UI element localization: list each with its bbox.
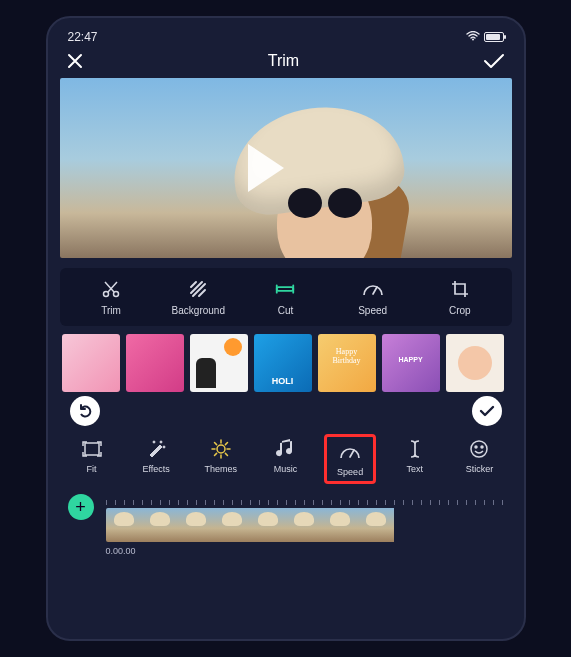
op-label: Text (407, 464, 424, 474)
status-icons (466, 30, 504, 44)
music-note-icon (274, 438, 296, 460)
clip-thumb[interactable] (382, 334, 440, 392)
op-label: Fit (87, 464, 97, 474)
close-button[interactable] (66, 52, 84, 70)
timeline[interactable]: 0.00.00 (106, 494, 504, 556)
add-clip-button[interactable]: + (68, 494, 94, 520)
timeline-row: + 0.00.00 (60, 486, 512, 556)
speedometer-icon (362, 278, 384, 300)
op-label: Music (274, 464, 298, 474)
tool-cut[interactable]: Cut (255, 278, 315, 316)
cut-icon (274, 278, 296, 300)
scissors-icon (100, 278, 122, 300)
video-preview[interactable] (60, 78, 512, 258)
fit-icon (81, 438, 103, 460)
timeline-frame[interactable] (142, 508, 178, 542)
op-fit[interactable]: Fit (66, 434, 118, 484)
operation-bar: Fit Effects Themes Music Speed (60, 430, 512, 486)
clip-thumb[interactable] (446, 334, 504, 392)
svg-point-11 (481, 446, 483, 448)
crop-icon (449, 278, 471, 300)
themes-icon (210, 438, 232, 460)
battery-icon (484, 32, 504, 42)
wifi-icon (466, 30, 480, 44)
round-button-row (60, 396, 512, 430)
op-label: Themes (205, 464, 238, 474)
status-bar: 22:47 (60, 28, 512, 50)
timeline-frames[interactable] (106, 508, 504, 542)
clip-thumb[interactable] (190, 334, 248, 392)
svg-point-0 (472, 39, 474, 41)
clip-thumb[interactable] (318, 334, 376, 392)
timeline-frame[interactable] (106, 508, 142, 542)
clip-thumb[interactable] (254, 334, 312, 392)
preview-decor (288, 188, 362, 218)
op-label: Sticker (466, 464, 494, 474)
device-frame: 22:47 Trim Trim (46, 16, 526, 641)
speedometer-icon (339, 441, 361, 463)
svg-rect-3 (277, 287, 294, 291)
background-icon (187, 278, 209, 300)
op-themes[interactable]: Themes (195, 434, 247, 484)
op-sticker[interactable]: Sticker (453, 434, 505, 484)
confirm-button[interactable] (483, 53, 505, 69)
page-title: Trim (268, 52, 299, 70)
svg-point-2 (114, 292, 119, 297)
clip-thumb[interactable] (62, 334, 120, 392)
tool-label: Trim (101, 305, 121, 316)
op-label: Speed (337, 467, 363, 477)
timeline-timecode: 0.00.00 (106, 546, 504, 556)
smiley-icon (468, 438, 490, 460)
op-music[interactable]: Music (259, 434, 311, 484)
svg-rect-4 (85, 443, 99, 455)
tool-label: Background (172, 305, 225, 316)
magic-wand-icon (145, 438, 167, 460)
play-icon[interactable] (248, 144, 284, 192)
status-time: 22:47 (68, 30, 98, 44)
op-label: Effects (142, 464, 169, 474)
svg-point-8 (217, 445, 225, 453)
timeline-frame[interactable] (322, 508, 358, 542)
op-speed[interactable]: Speed (324, 434, 376, 484)
svg-point-7 (153, 441, 155, 443)
svg-point-10 (475, 446, 477, 448)
undo-button[interactable] (70, 396, 100, 426)
text-cursor-icon (404, 438, 426, 460)
tool-label: Speed (358, 305, 387, 316)
header: Trim (60, 50, 512, 78)
tool-trim[interactable]: Trim (81, 278, 141, 316)
timeline-ruler[interactable] (106, 494, 504, 506)
timeline-frame[interactable] (214, 508, 250, 542)
op-text[interactable]: Text (389, 434, 441, 484)
svg-point-1 (104, 292, 109, 297)
timeline-frame[interactable] (178, 508, 214, 542)
svg-point-9 (471, 441, 487, 457)
clip-thumb[interactable] (126, 334, 184, 392)
clip-strip[interactable] (60, 334, 512, 392)
tool-crop[interactable]: Crop (430, 278, 490, 316)
svg-point-6 (163, 446, 165, 448)
tool-background[interactable]: Background (168, 278, 228, 316)
apply-button[interactable] (472, 396, 502, 426)
timeline-frame[interactable] (358, 508, 394, 542)
tool-label: Crop (449, 305, 471, 316)
timeline-frame[interactable] (286, 508, 322, 542)
tool-speed[interactable]: Speed (343, 278, 403, 316)
timeline-frame[interactable] (250, 508, 286, 542)
trim-toolbar: Trim Background Cut Speed Crop (60, 268, 512, 326)
op-effects[interactable]: Effects (130, 434, 182, 484)
tool-label: Cut (278, 305, 294, 316)
svg-point-5 (160, 441, 162, 443)
